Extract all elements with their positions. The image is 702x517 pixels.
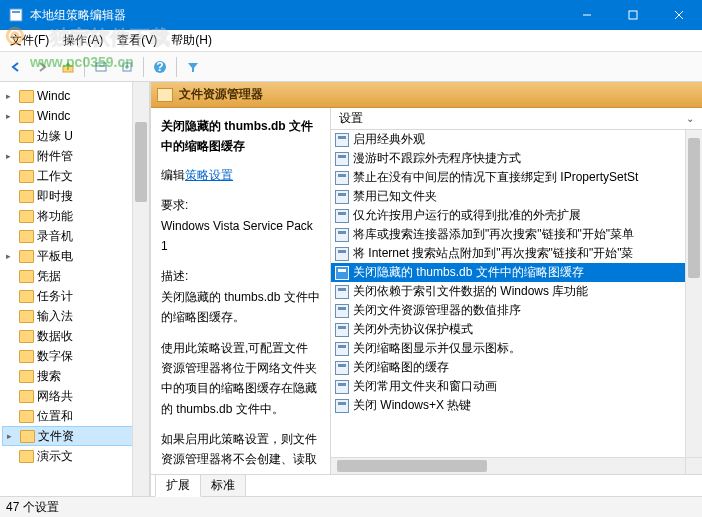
policy-icon	[335, 361, 349, 375]
back-button[interactable]	[4, 55, 28, 79]
export-button[interactable]	[115, 55, 139, 79]
window-title: 本地组策略编辑器	[30, 7, 564, 24]
list-item-label: 禁用已知文件夹	[353, 188, 437, 205]
tree-item[interactable]: ▸Windc	[2, 86, 149, 106]
policy-icon	[335, 228, 349, 242]
list-item[interactable]: 关闭外壳协议保护模式	[331, 320, 702, 339]
list-item[interactable]: 禁用已知文件夹	[331, 187, 702, 206]
list-item[interactable]: 关闭缩略图的缓存	[331, 358, 702, 377]
show-button[interactable]	[89, 55, 113, 79]
list-item-label: 将库或搜索连接器添加到"再次搜索"链接和"开始"菜单	[353, 226, 634, 243]
tree-item[interactable]: 位置和	[2, 406, 149, 426]
list-item[interactable]: 关闭 Windows+X 热键	[331, 396, 702, 415]
chevron-down-icon: ⌄	[686, 113, 694, 124]
svg-rect-6	[63, 66, 73, 72]
tree-item-label: 任务计	[37, 288, 73, 305]
tree-item[interactable]: ▸文件资	[2, 426, 149, 446]
tree-item-label: 演示文	[37, 448, 73, 465]
tree-item[interactable]: ▸平板电	[2, 246, 149, 266]
toolbar-sep	[176, 57, 177, 77]
tab-standard[interactable]: 标准	[200, 474, 246, 496]
tree-item[interactable]: 输入法	[2, 306, 149, 326]
list-item[interactable]: 启用经典外观	[331, 130, 702, 149]
menu-action[interactable]: 操作(A)	[57, 30, 109, 51]
tree-item[interactable]: 数字保	[2, 346, 149, 366]
policy-icon	[335, 152, 349, 166]
folder-icon	[19, 90, 34, 103]
list-item-label: 关闭隐藏的 thumbs.db 文件中的缩略图缓存	[353, 264, 584, 281]
tree-item[interactable]: 凭据	[2, 266, 149, 286]
list-item[interactable]: 关闭隐藏的 thumbs.db 文件中的缩略图缓存	[331, 263, 702, 282]
tree-item-label: Windc	[37, 89, 70, 103]
content-pane: 文件资源管理器 关闭隐藏的 thumbs.db 文件中的缩略图缓存 编辑策略设置…	[150, 82, 702, 496]
edit-policy-line: 编辑策略设置	[161, 165, 320, 185]
toolbar-sep	[143, 57, 144, 77]
scrollbar-thumb[interactable]	[688, 138, 700, 278]
filter-button[interactable]	[181, 55, 205, 79]
menu-help[interactable]: 帮助(H)	[165, 30, 218, 51]
close-button[interactable]	[656, 0, 702, 30]
list-scrollbar-h[interactable]	[331, 457, 685, 474]
tree-item[interactable]: 工作文	[2, 166, 149, 186]
content-split: 关闭隐藏的 thumbs.db 文件中的缩略图缓存 编辑策略设置 要求: Win…	[151, 108, 702, 474]
tree-item[interactable]: ▸Windc	[2, 106, 149, 126]
status-bar: 47 个设置	[0, 496, 702, 517]
list-header[interactable]: 设置 ⌄	[331, 108, 702, 130]
list-item[interactable]: 将库或搜索连接器添加到"再次搜索"链接和"开始"菜单	[331, 225, 702, 244]
description-p2: 使用此策略设置,可配置文件资源管理器将位于网络文件夹中的项目的缩略图缓存在隐藏的…	[161, 338, 320, 420]
list-item[interactable]: 关闭依赖于索引文件数据的 Windows 库功能	[331, 282, 702, 301]
help-icon[interactable]: ?	[148, 55, 172, 79]
list-item[interactable]: 漫游时不跟踪外壳程序快捷方式	[331, 149, 702, 168]
tree-item-label: 附件管	[37, 148, 73, 165]
folder-icon	[19, 370, 34, 383]
tree-item[interactable]: 演示文	[2, 446, 149, 466]
description-block: 描述: 关闭隐藏的 thumbs.db 文件中的缩略图缓存。	[161, 266, 320, 327]
maximize-button[interactable]	[610, 0, 656, 30]
folder-icon	[19, 170, 34, 183]
tree-item[interactable]: 网络共	[2, 386, 149, 406]
list-item[interactable]: 仅允许按用户运行的或得到批准的外壳扩展	[331, 206, 702, 225]
list-item[interactable]: 关闭缩略图显示并仅显示图标。	[331, 339, 702, 358]
view-tabs: 扩展 标准	[151, 474, 702, 496]
folder-icon	[19, 190, 34, 203]
policy-icon	[335, 171, 349, 185]
tree-item[interactable]: 搜索	[2, 366, 149, 386]
list-body[interactable]: 启用经典外观漫游时不跟踪外壳程序快捷方式禁止在没有中间层的情况下直接绑定到 IP…	[331, 130, 702, 474]
tree-item-label: 凭据	[37, 268, 61, 285]
tree[interactable]: ▸Windc▸Windc边缘 U▸附件管工作文即时搜将功能录音机▸平板电凭据任务…	[0, 82, 149, 496]
svg-rect-7	[96, 63, 106, 71]
up-button[interactable]	[56, 55, 80, 79]
list-item[interactable]: 关闭常用文件夹和窗口动画	[331, 377, 702, 396]
forward-button[interactable]	[30, 55, 54, 79]
minimize-button[interactable]	[564, 0, 610, 30]
scrollbar-thumb[interactable]	[135, 122, 147, 202]
tree-item[interactable]: 即时搜	[2, 186, 149, 206]
list-item[interactable]: 禁止在没有中间层的情况下直接绑定到 IPropertySetSt	[331, 168, 702, 187]
edit-policy-link[interactable]: 策略设置	[185, 168, 233, 182]
svg-rect-0	[10, 9, 22, 21]
folder-icon	[19, 250, 34, 263]
tab-extended[interactable]: 扩展	[155, 474, 201, 497]
tree-item-label: 平板电	[37, 248, 73, 265]
menu-file[interactable]: 文件(F)	[4, 30, 55, 51]
scrollbar-thumb[interactable]	[337, 460, 487, 472]
status-text: 47 个设置	[6, 499, 59, 516]
tree-item[interactable]: ▸附件管	[2, 146, 149, 166]
list-item[interactable]: 关闭文件资源管理器的数值排序	[331, 301, 702, 320]
tree-item[interactable]: 任务计	[2, 286, 149, 306]
folder-icon	[20, 430, 35, 443]
folder-icon	[19, 330, 34, 343]
folder-icon	[157, 88, 173, 102]
list-scrollbar-v[interactable]	[685, 130, 702, 457]
tree-item[interactable]: 将功能	[2, 206, 149, 226]
folder-icon	[19, 290, 34, 303]
tree-item[interactable]: 数据收	[2, 326, 149, 346]
tree-item[interactable]: 录音机	[2, 226, 149, 246]
tree-item[interactable]: 边缘 U	[2, 126, 149, 146]
menu-view[interactable]: 查看(V)	[111, 30, 163, 51]
tree-scrollbar[interactable]	[132, 82, 149, 496]
list-item[interactable]: 将 Internet 搜索站点附加到"再次搜索"链接和"开始"菜	[331, 244, 702, 263]
list-item-label: 仅允许按用户运行的或得到批准的外壳扩展	[353, 207, 581, 224]
list-item-label: 关闭文件资源管理器的数值排序	[353, 302, 521, 319]
list-pane: 设置 ⌄ 启用经典外观漫游时不跟踪外壳程序快捷方式禁止在没有中间层的情况下直接绑…	[331, 108, 702, 474]
